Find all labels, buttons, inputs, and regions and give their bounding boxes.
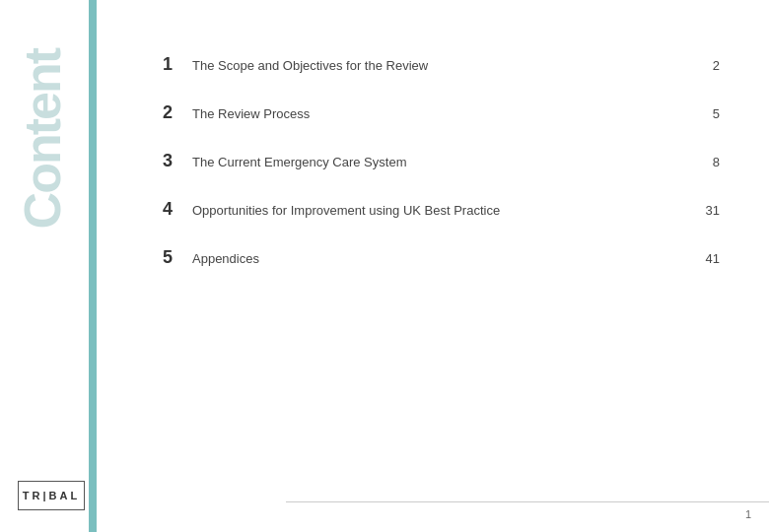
- toc-label: Appendices: [192, 251, 695, 266]
- toc-page: 5: [695, 106, 720, 121]
- toc-page: 31: [695, 203, 720, 218]
- toc-list: 1 The Scope and Objectives for the Revie…: [163, 54, 720, 268]
- toc-label: The Scope and Objectives for the Review: [192, 58, 695, 73]
- toc-item: 1 The Scope and Objectives for the Revie…: [163, 54, 720, 75]
- toc-number: 2: [163, 102, 184, 123]
- toc-page: 8: [695, 155, 720, 169]
- bottom-divider: [286, 501, 769, 502]
- toc-number: 5: [163, 247, 184, 268]
- main-content: 1 The Scope and Objectives for the Revie…: [143, 0, 769, 532]
- toc-number: 4: [163, 199, 184, 220]
- toc-label: The Current Emergency Care System: [192, 155, 695, 169]
- tribal-logo: TR|BAL: [18, 481, 85, 510]
- toc-page: 2: [695, 58, 720, 73]
- toc-item: 2 The Review Process 5: [163, 102, 720, 123]
- page-container: Content TR|BAL 1 The Scope and Objective…: [0, 0, 769, 532]
- sidebar-title: Content: [0, 49, 84, 229]
- toc-item: 4 Opportunities for Improvement using UK…: [163, 199, 720, 220]
- toc-item: 5 Appendices 41: [163, 247, 720, 268]
- toc-number: 3: [163, 151, 184, 171]
- sidebar: Content TR|BAL: [0, 0, 143, 532]
- tribal-logo-text: TR|BAL: [23, 490, 80, 501]
- sidebar-title-text: Content: [13, 49, 72, 229]
- sidebar-bar: [89, 0, 97, 532]
- toc-label: The Review Process: [192, 106, 695, 121]
- toc-number: 1: [163, 54, 184, 75]
- toc-item: 3 The Current Emergency Care System 8: [163, 151, 720, 171]
- toc-label: Opportunities for Improvement using UK B…: [192, 203, 695, 218]
- toc-page: 41: [695, 251, 720, 266]
- page-number: 1: [745, 508, 751, 520]
